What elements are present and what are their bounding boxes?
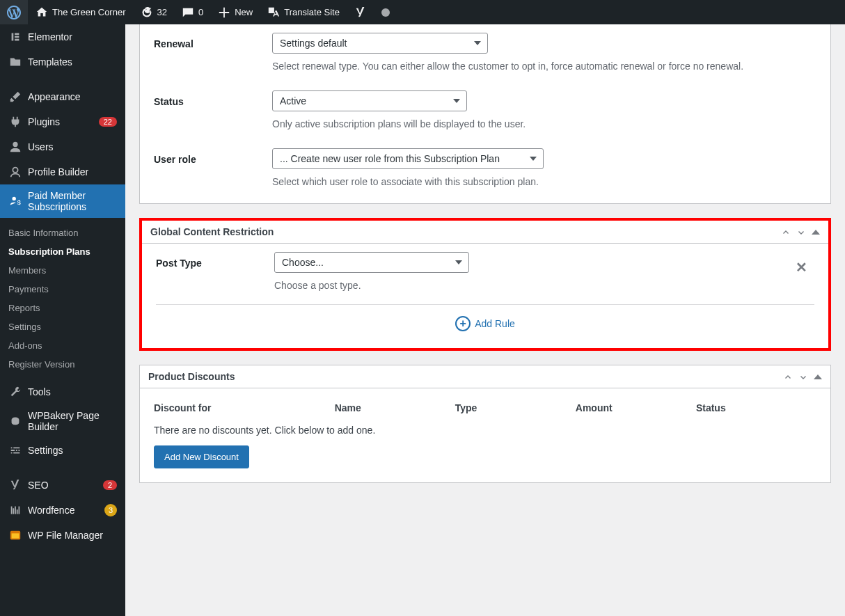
th-status: Status [696,402,816,413]
th-discount-for: Discount for [154,402,335,413]
discounts-postbox: Product Discounts Discount for Name Type… [139,365,831,483]
refresh-count: 32 [157,7,167,17]
submenu-subscription[interactable]: Subscription Plans [0,242,125,261]
sidebar-label: Templates [28,56,117,68]
submenu-payments[interactable]: Payments [0,280,125,299]
sidebar-label: Tools [28,386,117,397]
th-amount: Amount [576,402,696,413]
home-icon [35,6,49,19]
renewal-row: Renewal Settings default Select renewal … [154,33,816,74]
userrole-label: User role [154,148,272,165]
renewal-help: Select renewal type. You can either allo… [272,59,759,74]
sidebar-item-appearance[interactable]: Appearance [0,84,125,109]
main-content: Renewal Settings default Select renewal … [125,24,845,483]
move-down-icon[interactable] [798,372,808,381]
sidebar-item-tools[interactable]: Tools [0,379,125,404]
move-up-icon[interactable] [783,372,793,381]
sidebar-item-pms[interactable]: $ Paid Member Subscriptions [0,184,125,218]
sidebar-item-seo[interactable]: SEO 2 [0,473,125,497]
gcr-title: Global Content Restriction [150,226,274,237]
toggle-panel-icon[interactable] [814,374,822,379]
site-title-text: The Green Corner [52,7,126,17]
member-dollar-icon: $ [8,194,22,208]
comment-icon [181,6,195,19]
userrole-help: Select which user role to associate with… [272,175,759,189]
refresh-link[interactable]: 32 [133,0,174,24]
circle-indicator-icon [381,8,390,17]
add-discount-button[interactable]: Add New Discount [154,445,249,468]
new-link[interactable]: New [210,0,260,24]
submenu-settings[interactable]: Settings [0,317,125,336]
sidebar-item-wpbakery[interactable]: WPBakery Page Builder [0,404,125,438]
settings-postbox: Renewal Settings default Select renewal … [139,24,831,204]
sidebar-label: Plugins [28,116,93,127]
site-title-link[interactable]: The Green Corner [28,0,133,24]
status-indicator[interactable] [374,0,397,24]
posttype-select[interactable]: Choose... [274,252,469,273]
sidebar-item-profile-builder[interactable]: Profile Builder [0,159,125,184]
sliders-icon [8,443,22,457]
yoast-link[interactable] [347,0,374,24]
svg-text:$: $ [17,199,21,206]
submenu-addons[interactable]: Add-ons [0,336,125,355]
wp-logo[interactable] [0,0,28,24]
posttype-help: Choose a post type. [274,278,761,293]
gcr-header: Global Content Restriction [142,221,828,244]
renewal-label: Renewal [154,33,272,49]
sidebar-label: Appearance [28,91,117,102]
new-label: New [235,7,253,17]
submenu-members[interactable]: Members [0,261,125,280]
sidebar-label: Profile Builder [28,166,117,177]
toggle-panel-icon[interactable] [812,230,820,235]
translate-label: Translate Site [284,7,340,17]
sidebar-label: Elementor [28,31,117,42]
gcr-postbox: Global Content Restriction Post Type Cho… [139,218,831,351]
brush-icon [8,90,22,104]
sidebar: Elementor Templates Appearance Plugins 2… [0,24,125,497]
posttype-label: Post Type [156,252,274,269]
move-up-icon[interactable] [781,227,791,237]
sidebar-label: WPBakery Page Builder [28,410,117,432]
submenu-reports[interactable]: Reports [0,299,125,317]
profile-icon [8,165,22,179]
svg-point-0 [13,142,17,147]
comments-link[interactable]: 0 [174,0,210,24]
renewal-select[interactable]: Settings default [272,33,488,54]
status-select[interactable]: Active [272,90,467,111]
remove-rule-button[interactable]: ✕ [789,252,814,283]
refresh-icon [140,6,154,19]
sidebar-label: Settings [28,445,117,456]
yoast-seo-icon [8,478,22,492]
userrole-select[interactable]: ... Create new user role from this Subsc… [272,148,544,169]
wordpress-icon [7,6,21,19]
wpbakery-icon [8,414,22,428]
rule-row: Post Type Choose... Choose a post type. … [156,252,814,293]
elementor-icon [8,30,22,44]
submenu-register[interactable]: Register Version [0,355,125,374]
sidebar-item-templates[interactable]: Templates [0,49,125,74]
submenu-basic[interactable]: Basic Information [0,223,125,242]
sidebar-item-elementor[interactable]: Elementor [0,24,125,49]
sidebar-item-plugins[interactable]: Plugins 22 [0,109,125,134]
no-discounts-text: There are no discounts yet. Click below … [154,425,816,436]
translate-link[interactable]: Translate Site [260,0,347,24]
admin-bar: The Green Corner 32 0 New Translate Site [0,0,845,24]
move-down-icon[interactable] [796,227,806,237]
userrole-row: User role ... Create new user role from … [154,148,816,189]
add-rule-link[interactable]: + Add Rule [455,316,515,331]
sidebar-item-users[interactable]: Users [0,134,125,159]
status-label: Status [154,90,272,107]
user-icon [8,140,22,154]
discounts-title: Product Discounts [148,371,235,382]
yoast-icon [354,6,368,19]
sidebar-label: SEO [28,480,97,491]
close-icon: ✕ [796,260,807,275]
discounts-header: Product Discounts [140,365,830,388]
sidebar-item-settings[interactable]: Settings [0,438,125,463]
comments-count: 0 [198,7,203,17]
status-help: Only active subscription plans will be d… [272,117,759,132]
add-rule-label: Add Rule [475,318,515,329]
plugins-badge: 22 [99,117,117,127]
folder-icon [8,55,22,69]
sidebar-submenu: Basic Information Subscription Plans Mem… [0,218,125,379]
